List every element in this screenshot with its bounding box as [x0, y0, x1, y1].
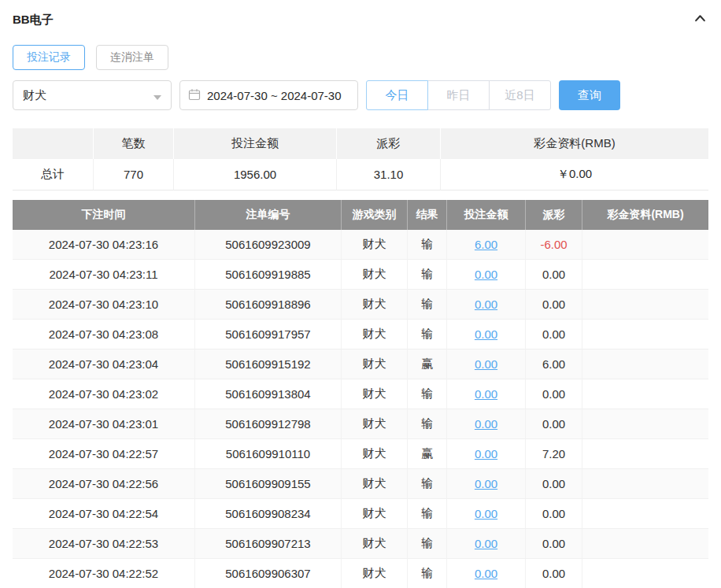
bet-amount-link[interactable]: 0.00 — [475, 327, 497, 341]
quick-range-yesterday[interactable]: 昨日 — [427, 80, 490, 110]
game-type-cell: 财犬 — [342, 469, 408, 499]
bonus-cell — [582, 469, 708, 499]
order-id-cell: 5061609906307 — [195, 559, 342, 588]
payout-cell: 0.00 — [526, 409, 582, 439]
col-header-game-type: 游戏类别 — [342, 200, 408, 230]
result-cell: 输 — [408, 290, 447, 320]
bet-time-cell: 2024-07-30 04:23:02 — [13, 379, 195, 409]
col-header-bonus: 彩金资料(RMB) — [582, 200, 708, 230]
tab-label: 连消注单 — [110, 50, 154, 65]
bet-amount-cell: 6.00 — [447, 230, 526, 260]
bonus-cell — [582, 290, 708, 320]
col-header-result: 结果 — [408, 200, 447, 230]
bet-time-cell: 2024-07-30 04:23:16 — [13, 230, 195, 260]
summary-table: 笔数 投注金额 派彩 彩金资料(RMB) 总计 770 1956.00 31.1… — [13, 128, 708, 190]
col-header-bet-amount: 投注金额 — [447, 200, 526, 230]
bet-time-cell: 2024-07-30 04:23:08 — [13, 320, 195, 349]
bet-amount-cell: 0.00 — [447, 349, 526, 379]
bet-time-cell: 2024-07-30 04:22:53 — [13, 529, 195, 559]
tab-bet-records[interactable]: 投注记录 — [13, 45, 85, 70]
result-cell: 输 — [408, 230, 447, 260]
quick-range-last8days[interactable]: 近8日 — [489, 80, 551, 110]
game-type-cell: 财犬 — [342, 379, 408, 409]
chevron-up-icon — [693, 12, 707, 28]
col-header-payout: 派彩 — [526, 200, 582, 230]
chevron-down-icon — [153, 89, 161, 102]
summary-bonus-value: ￥0.00 — [441, 159, 708, 190]
bet-amount-link[interactable]: 0.00 — [475, 357, 497, 371]
order-id-cell: 5061609917957 — [195, 320, 342, 349]
bet-amount-link[interactable]: 0.00 — [475, 537, 497, 550]
result-cell: 输 — [408, 320, 447, 349]
bet-amount-link[interactable]: 0.00 — [475, 477, 497, 490]
bet-time-cell: 2024-07-30 04:22:54 — [13, 499, 195, 529]
bet-amount-cell: 0.00 — [447, 409, 526, 439]
date-range-value: 2024-07-30 ~ 2024-07-30 — [207, 89, 342, 102]
bet-amount-link[interactable]: 0.00 — [475, 417, 497, 431]
game-type-cell: 财犬 — [342, 409, 408, 439]
bet-amount-cell: 0.00 — [447, 439, 526, 469]
bonus-cell — [582, 349, 708, 379]
quick-range-label: 昨日 — [447, 88, 471, 103]
bet-time-cell: 2024-07-30 04:23:01 — [13, 409, 195, 439]
table-row: 2024-07-30 04:23:04 5061609915192 财犬 赢 0… — [13, 349, 708, 379]
bet-amount-link[interactable]: 0.00 — [475, 447, 497, 460]
bonus-cell — [582, 499, 708, 529]
order-id-cell: 5061609912798 — [195, 409, 342, 439]
payout-cell: 7.20 — [526, 439, 582, 469]
table-row: 2024-07-30 04:23:11 5061609919885 财犬 输 0… — [13, 260, 708, 290]
record-tabs: 投注记录 连消注单 — [13, 45, 708, 70]
result-cell: 赢 — [408, 439, 447, 469]
table-body: 2024-07-30 04:23:16 5061609923009 财犬 输 6… — [13, 230, 708, 588]
summary-bet-amount-value: 1956.00 — [174, 159, 337, 190]
collapse-panel-button[interactable] — [691, 11, 708, 28]
calendar-icon — [188, 88, 201, 103]
result-cell: 赢 — [408, 349, 447, 379]
quick-range-today[interactable]: 今日 — [366, 80, 428, 110]
summary-count-value: 770 — [94, 159, 174, 190]
result-cell: 输 — [408, 469, 447, 499]
game-select-value: 财犬 — [23, 88, 46, 103]
summary-header-bonus: 彩金资料(RMB) — [441, 128, 708, 159]
table-row: 2024-07-30 04:23:10 5061609918896 财犬 输 0… — [13, 290, 708, 320]
bet-time-cell: 2024-07-30 04:23:10 — [13, 290, 195, 320]
order-id-cell: 5061609907213 — [195, 529, 342, 559]
date-range-picker[interactable]: 2024-07-30 ~ 2024-07-30 — [179, 80, 358, 110]
bet-amount-cell: 0.00 — [447, 290, 526, 320]
game-select[interactable]: 财犬 — [13, 80, 172, 110]
search-button[interactable]: 查询 — [559, 80, 620, 110]
bonus-cell — [582, 559, 708, 588]
payout-cell: 0.00 — [526, 260, 582, 290]
table-row: 2024-07-30 04:22:56 5061609909155 财犬 输 0… — [13, 469, 708, 499]
bet-amount-link[interactable]: 0.00 — [475, 268, 497, 281]
payout-cell: 0.00 — [526, 290, 582, 320]
panel-title: BB电子 — [13, 13, 54, 28]
bet-amount-link[interactable]: 0.00 — [475, 507, 497, 520]
summary-header-empty — [13, 128, 94, 159]
table-row: 2024-07-30 04:22:53 5061609907213 财犬 输 0… — [13, 529, 708, 559]
bet-amount-link[interactable]: 0.00 — [475, 387, 497, 401]
col-header-order-id: 注单编号 — [195, 200, 342, 230]
summary-header-payout: 派彩 — [337, 128, 441, 159]
bonus-cell — [582, 529, 708, 559]
game-type-cell: 财犬 — [342, 230, 408, 260]
table-row: 2024-07-30 04:22:57 5061609910110 财犬 赢 0… — [13, 439, 708, 469]
bet-amount-link[interactable]: 0.00 — [475, 567, 497, 580]
payout-cell: 0.00 — [526, 320, 582, 349]
table-header-row: 下注时间 注单编号 游戏类别 结果 投注金额 派彩 彩金资料(RMB) — [13, 200, 708, 230]
bet-amount-link[interactable]: 6.00 — [475, 238, 497, 251]
game-type-cell: 财犬 — [342, 499, 408, 529]
tab-cancelled-bets[interactable]: 连消注单 — [96, 45, 168, 70]
bet-time-cell: 2024-07-30 04:23:11 — [13, 260, 195, 290]
payout-cell: 0.00 — [526, 499, 582, 529]
bonus-cell — [582, 439, 708, 469]
payout-cell: 0.00 — [526, 469, 582, 499]
bet-amount-link[interactable]: 0.00 — [475, 298, 497, 311]
quick-range-group: 今日 昨日 近8日 — [366, 80, 551, 110]
result-cell: 输 — [408, 529, 447, 559]
filter-bar: 财犬 2024-07-30 ~ 2024-07-30 今日 昨日 — [13, 80, 708, 110]
table-row: 2024-07-30 04:23:01 5061609912798 财犬 输 0… — [13, 409, 708, 439]
summary-header-row: 笔数 投注金额 派彩 彩金资料(RMB) — [13, 128, 708, 159]
result-cell: 输 — [408, 379, 447, 409]
quick-range-label: 今日 — [386, 88, 409, 103]
